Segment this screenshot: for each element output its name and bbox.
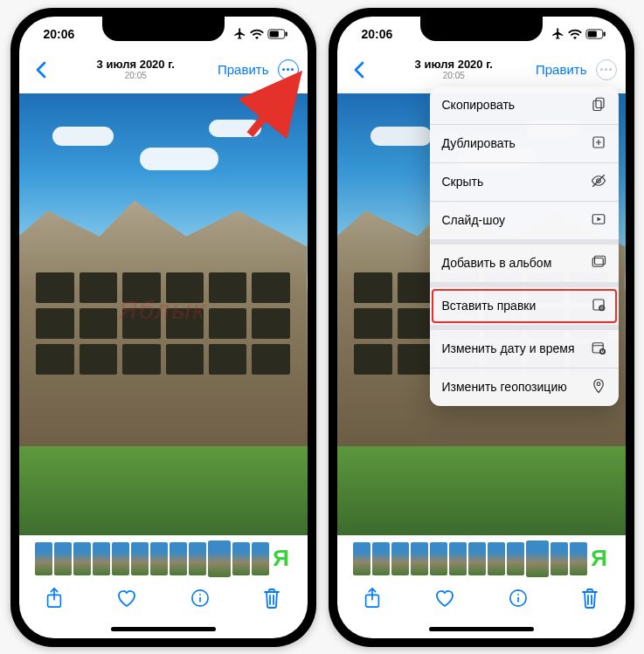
thumbnail-strip[interactable]: Я xyxy=(19,539,308,579)
thumbnail[interactable] xyxy=(35,542,52,575)
menu-item-slideshow[interactable]: Слайд-шоу xyxy=(430,202,619,239)
back-button[interactable] xyxy=(28,61,54,79)
home-indicator[interactable] xyxy=(337,621,626,638)
wifi-icon xyxy=(250,29,264,39)
ellipsis-icon xyxy=(282,68,294,71)
thumbnail[interactable] xyxy=(54,542,72,575)
more-button[interactable] xyxy=(596,59,617,80)
svg-point-6 xyxy=(199,593,201,595)
share-button[interactable] xyxy=(364,588,381,609)
menu-item-duplicate[interactable]: Дублировать xyxy=(430,125,619,162)
thumbnail[interactable]: Я xyxy=(589,542,610,575)
home-indicator[interactable] xyxy=(19,621,308,638)
bottom-toolbar xyxy=(337,579,626,621)
thumbnail[interactable] xyxy=(449,542,467,575)
menu-item-hide[interactable]: Скрыть xyxy=(430,163,619,201)
trash-icon xyxy=(581,588,599,609)
svg-point-34 xyxy=(597,382,600,385)
thumbnail-selected[interactable] xyxy=(208,540,231,577)
thumbnail[interactable] xyxy=(131,542,149,575)
share-icon xyxy=(45,588,63,609)
thumbnail[interactable] xyxy=(411,542,428,575)
thumbnail[interactable] xyxy=(488,542,505,575)
photo-viewer[interactable]: Яблык xyxy=(19,88,308,539)
thumbnail[interactable] xyxy=(570,542,587,575)
thumbnail[interactable] xyxy=(551,542,568,575)
edit-button[interactable]: Править xyxy=(218,62,269,77)
info-icon xyxy=(190,589,210,608)
info-button[interactable] xyxy=(509,589,528,608)
duplicate-icon xyxy=(591,134,606,153)
trash-button[interactable] xyxy=(581,588,599,609)
nav-bar: 3 июля 2020 г. 20:05 Править xyxy=(19,52,308,88)
menu-item-label: Изменить геопозицию xyxy=(442,380,567,394)
copy-icon xyxy=(591,96,606,114)
favorite-button[interactable] xyxy=(434,589,455,608)
battery-icon xyxy=(267,29,288,39)
thumbnail[interactable] xyxy=(430,542,447,575)
nav-date: 3 июля 2020 г. xyxy=(372,59,537,71)
nav-actions: Править xyxy=(536,59,617,80)
share-icon xyxy=(364,588,381,609)
svg-rect-2 xyxy=(285,31,287,36)
thumbnail[interactable] xyxy=(189,542,206,575)
menu-item-adjust-location[interactable]: Изменить геопозицию xyxy=(430,368,619,406)
adjust-date-icon xyxy=(591,340,606,358)
thumbnail[interactable] xyxy=(150,542,168,575)
menu-item-paste-edits[interactable]: Вставить правки xyxy=(430,287,619,325)
svg-rect-10 xyxy=(587,31,596,37)
menu-item-add-album[interactable]: Добавить в альбом xyxy=(430,244,619,282)
trash-button[interactable] xyxy=(263,588,280,609)
thumbnail[interactable] xyxy=(73,542,91,575)
menu-item-label: Скопировать xyxy=(442,98,516,112)
notch xyxy=(420,17,543,41)
nav-date: 3 июля 2020 г. xyxy=(54,59,218,71)
more-button[interactable] xyxy=(278,59,299,80)
info-icon xyxy=(509,589,528,608)
screen-right: 20:06 3 июля 2020 г. 20:05 Править xyxy=(337,17,626,638)
context-menu: СкопироватьДублироватьСкрытьСлайд-шоуДоб… xyxy=(430,86,619,406)
thumbnail[interactable] xyxy=(507,542,524,575)
thumbnail[interactable] xyxy=(232,542,250,575)
thumbnail[interactable] xyxy=(372,542,390,575)
thumbnail[interactable] xyxy=(170,542,187,575)
nav-title: 3 июля 2020 г. 20:05 xyxy=(54,59,218,80)
favorite-button[interactable] xyxy=(116,589,137,608)
heart-icon xyxy=(434,589,455,608)
menu-item-copy[interactable]: Скопировать xyxy=(430,86,619,124)
paste-edits-icon xyxy=(591,297,606,315)
thumbnail-selected[interactable] xyxy=(526,540,549,577)
thumbnail[interactable] xyxy=(112,542,129,575)
airplane-icon xyxy=(551,27,564,40)
ellipsis-icon xyxy=(600,68,612,71)
menu-item-label: Слайд-шоу xyxy=(442,213,506,227)
menu-item-label: Вставить правки xyxy=(442,299,537,313)
back-button[interactable] xyxy=(346,61,372,79)
svg-rect-17 xyxy=(593,100,601,110)
menu-item-label: Изменить дату и время xyxy=(442,341,575,355)
screen-left: 20:06 3 июля 2020 г. 20:05 Править xyxy=(19,17,308,638)
thumbnail[interactable]: Я xyxy=(271,542,292,575)
phone-left: 20:06 3 июля 2020 г. 20:05 Править xyxy=(10,8,316,647)
status-time: 20:06 xyxy=(44,27,75,41)
photo xyxy=(19,93,308,535)
status-icons xyxy=(551,27,606,40)
battery-icon xyxy=(585,29,606,39)
trash-icon xyxy=(263,588,280,609)
thumbnail[interactable] xyxy=(252,542,269,575)
svg-rect-1 xyxy=(269,31,278,37)
phone-right: 20:06 3 июля 2020 г. 20:05 Править xyxy=(329,8,634,647)
thumbnail[interactable] xyxy=(391,542,409,575)
thumbnail[interactable] xyxy=(93,542,110,575)
bottom-toolbar xyxy=(19,579,308,621)
thumbnail[interactable] xyxy=(468,542,486,575)
edit-button[interactable]: Править xyxy=(536,62,587,77)
share-button[interactable] xyxy=(45,588,63,609)
info-button[interactable] xyxy=(190,589,210,608)
thumbnail-strip[interactable]: Я xyxy=(337,539,626,579)
slideshow-icon xyxy=(591,211,606,230)
menu-item-adjust-date[interactable]: Изменить дату и время xyxy=(430,330,619,368)
thumbnail[interactable] xyxy=(353,542,370,575)
svg-marker-24 xyxy=(597,217,601,221)
nav-title: 3 июля 2020 г. 20:05 xyxy=(372,59,537,80)
